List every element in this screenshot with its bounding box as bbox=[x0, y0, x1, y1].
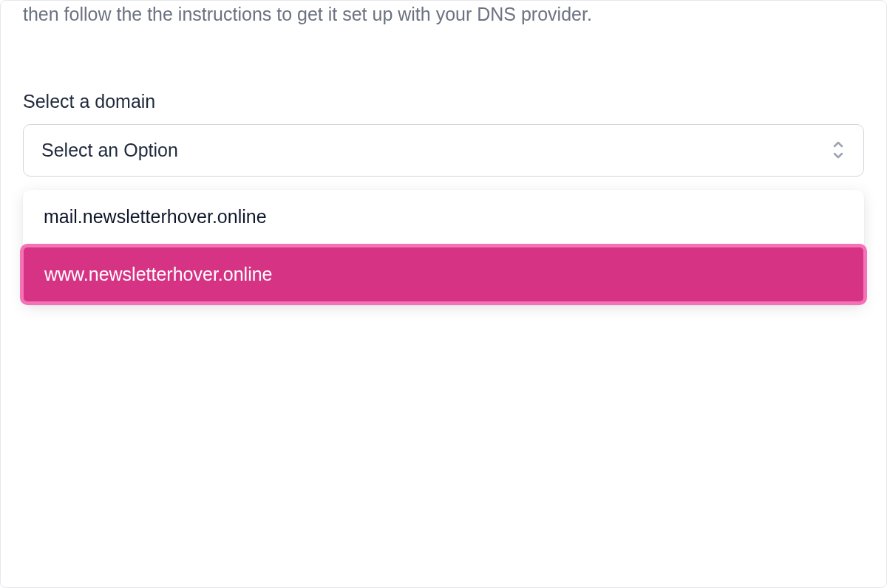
domain-select-section: Select a domain Select an Option mail.ne… bbox=[1, 91, 886, 305]
panel: then follow the the instructions to get … bbox=[0, 0, 887, 588]
domain-select-trigger[interactable]: Select an Option bbox=[23, 124, 864, 177]
domain-option-label: mail.newsletterhover.online bbox=[44, 206, 267, 227]
domain-option[interactable]: mail.newsletterhover.online bbox=[23, 190, 864, 244]
domain-select-label: Select a domain bbox=[23, 91, 864, 112]
description-text: then follow the the instructions to get … bbox=[1, 1, 886, 29]
domain-option-label: www.newsletterhover.online bbox=[44, 264, 273, 284]
domain-dropdown: mail.newsletterhover.online www.newslett… bbox=[23, 190, 864, 305]
chevron-up-down-icon bbox=[831, 140, 846, 160]
domain-option[interactable]: www.newsletterhover.online bbox=[20, 244, 867, 305]
select-placeholder-text: Select an Option bbox=[41, 140, 178, 161]
